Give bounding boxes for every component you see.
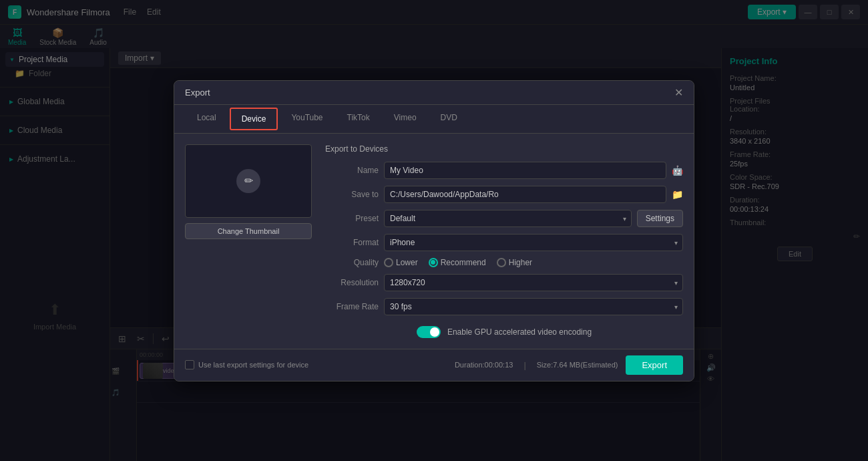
quality-lower[interactable]: Lower bbox=[384, 258, 418, 267]
settings-button[interactable]: Settings bbox=[637, 210, 683, 227]
frame-rate-select-wrapper: 30 fps ▾ bbox=[384, 298, 683, 315]
tab-tiktok[interactable]: TikTok bbox=[337, 108, 381, 130]
save-to-field-row: Save to C:/Users/Dawood/AppData/Ro 📁 bbox=[325, 186, 683, 203]
frame-rate-field-row: Frame Rate 30 fps ▾ bbox=[325, 298, 683, 315]
tab-device[interactable]: Device bbox=[230, 108, 278, 130]
quality-recommend[interactable]: Recommend bbox=[429, 258, 486, 267]
recommend-radio-circle bbox=[429, 258, 438, 267]
modal-title: Export bbox=[185, 88, 210, 98]
lower-label: Lower bbox=[396, 258, 418, 267]
ai-icon[interactable]: 🤖 bbox=[672, 165, 683, 176]
tab-youtube[interactable]: YouTube bbox=[280, 108, 333, 130]
export-final-button[interactable]: Export bbox=[626, 355, 683, 375]
quality-higher[interactable]: Higher bbox=[497, 258, 532, 267]
higher-radio-circle bbox=[497, 258, 506, 267]
tab-dvd[interactable]: DVD bbox=[430, 108, 468, 130]
frame-rate-field-label: Frame Rate bbox=[325, 302, 379, 311]
folder-browse-icon[interactable]: 📁 bbox=[672, 189, 683, 200]
preset-select[interactable]: Default bbox=[384, 210, 632, 227]
recommend-radio-dot bbox=[431, 260, 435, 265]
save-to-value: C:/Users/Dawood/AppData/Ro bbox=[384, 186, 666, 203]
modal-close-button[interactable]: ✕ bbox=[674, 86, 683, 99]
modal-header: Export ✕ bbox=[174, 81, 694, 105]
preset-label: Preset bbox=[325, 214, 379, 223]
recommend-label: Recommend bbox=[441, 258, 486, 267]
thumbnail-preview: ✏ bbox=[185, 144, 312, 218]
gpu-toggle[interactable] bbox=[417, 326, 441, 338]
format-label: Format bbox=[325, 238, 379, 247]
resolution-select-wrapper: 1280x720 ▾ bbox=[384, 274, 683, 291]
export-settings: Export to Devices Name 🤖 Save to C:/User… bbox=[325, 144, 683, 338]
toggle-knob bbox=[430, 327, 439, 337]
quality-radio-group: Lower Recommend Higher bbox=[384, 258, 532, 267]
use-last-label: Use last export settings for device bbox=[198, 361, 308, 369]
size-info: Size:7.64 MB(Estimated) bbox=[537, 361, 618, 369]
quality-label: Quality bbox=[325, 258, 379, 267]
tab-local[interactable]: Local bbox=[186, 108, 227, 130]
lower-radio-circle bbox=[384, 258, 393, 267]
thumbnail-section: ✏ Change Thumbnail bbox=[185, 144, 312, 338]
name-label: Name bbox=[325, 166, 379, 175]
tab-vimeo[interactable]: Vimeo bbox=[383, 108, 427, 130]
frame-rate-select[interactable]: 30 fps bbox=[384, 298, 683, 315]
format-select-wrapper: iPhone ▾ bbox=[384, 234, 683, 251]
modal-body: ✏ Change Thumbnail Export to Devices Nam… bbox=[174, 134, 694, 349]
gpu-label: Enable GPU accelerated video encoding bbox=[447, 327, 592, 337]
duration-info: Duration:00:00:13 bbox=[455, 361, 513, 369]
save-to-label: Save to bbox=[325, 190, 379, 199]
modal-tabs: Local Device YouTube TikTok Vimeo DVD bbox=[174, 105, 694, 134]
name-field-row: Name 🤖 bbox=[325, 162, 683, 179]
use-last-checkbox[interactable] bbox=[185, 360, 194, 369]
change-thumbnail-button[interactable]: Change Thumbnail bbox=[185, 223, 312, 239]
name-input[interactable] bbox=[384, 162, 666, 179]
format-select[interactable]: iPhone bbox=[384, 234, 683, 251]
resolution-field-row: Resolution 1280x720 ▾ bbox=[325, 274, 683, 291]
preset-select-wrapper: Default ▾ bbox=[384, 210, 632, 227]
higher-label: Higher bbox=[509, 258, 532, 267]
modal-footer: Use last export settings for device Dura… bbox=[174, 349, 694, 381]
quality-row: Quality Lower Recommend bbox=[325, 258, 683, 267]
resolution-select[interactable]: 1280x720 bbox=[384, 274, 683, 291]
modal-overlay: Export ✕ Local Device YouTube TikTok Vim… bbox=[0, 0, 868, 461]
gpu-row: Enable GPU accelerated video encoding bbox=[325, 326, 683, 338]
resolution-field-label: Resolution bbox=[325, 278, 379, 287]
export-to-label: Export to Devices bbox=[325, 144, 683, 154]
format-field-row: Format iPhone ▾ bbox=[325, 234, 683, 251]
preset-field-row: Preset Default ▾ Settings bbox=[325, 210, 683, 227]
use-last-settings: Use last export settings for device bbox=[185, 360, 308, 369]
export-modal: Export ✕ Local Device YouTube TikTok Vim… bbox=[174, 80, 694, 381]
thumbnail-pencil-icon: ✏ bbox=[236, 169, 260, 193]
